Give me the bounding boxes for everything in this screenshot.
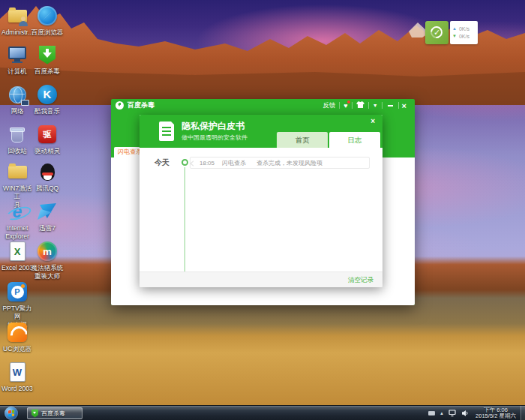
monitor-icon — [8, 46, 26, 59]
icon-label: 百度浏览器 — [32, 28, 64, 37]
privacy-whitepaper-dialog: 隐私保护白皮书 做中国最透明的安全软件 × 首页 日志 今天 18:05 闪电查… — [140, 115, 382, 287]
titlebar[interactable]: 百度杀毒 反馈 ♥ ▼ × — [111, 99, 415, 112]
clear-records-link[interactable]: 清空记录 — [348, 272, 374, 287]
speed-widget[interactable]: ✓ ▲0K/s ▼0K/s — [425, 21, 478, 44]
desert-rocks — [0, 0, 525, 105]
clock-date: 2015/5/2 星期六 — [474, 413, 518, 419]
dialog-tabs: 首页 日志 — [277, 132, 380, 148]
net-speed-panel: ▲0K/s ▼0K/s — [450, 21, 478, 44]
upload-arrow-icon: ▲ — [452, 26, 457, 32]
user-icon — [18, 16, 28, 26]
baidu-antivirus-window: 百度杀毒 反馈 ♥ ▼ × 闪电查杀 隐私 — [111, 99, 415, 305]
log-result: 查杀完成，未发现风险项 — [256, 159, 322, 167]
log-time: 18:05 — [200, 160, 214, 166]
minimize-icon — [388, 105, 393, 106]
desktop-icon-xunlei[interactable]: 迅雷7 — [30, 200, 64, 232]
skin-shirt-icon[interactable] — [352, 101, 368, 110]
log-timeline: 今天 18:05 闪电查杀 查杀完成，未发现风险项 — [140, 148, 382, 272]
desktop-icon-word[interactable]: W Word 2003 — [0, 361, 34, 393]
icon-label: Internet Explorer — [5, 224, 29, 241]
desktop-icon-baidu-antivirus[interactable]: 百度杀毒 — [30, 44, 64, 76]
icon-label: Excel 2003 — [2, 264, 33, 272]
icon-label: 魔法猪系统 重装大师 — [32, 264, 64, 280]
network-icon[interactable] — [448, 410, 457, 417]
icon-label: 驱动精灵 — [34, 147, 60, 155]
dialog-footer: 清空记录 — [140, 272, 382, 287]
desktop-icon-qq[interactable]: 腾讯QQ — [30, 160, 64, 193]
kuwo-icon: K — [38, 85, 57, 104]
tab-logs[interactable]: 日志 — [329, 132, 380, 148]
desktop: Administr... 计算机 网络 回收站 WIN7激活工 具 e Inte… — [0, 0, 525, 420]
taskbar-button-label: 百度杀毒 — [41, 410, 65, 418]
taskbar: 百度杀毒 ▲ 下午 6:06 2015/5/2 星期六 — [0, 405, 525, 420]
tray-expand-icon[interactable]: ▲ — [440, 411, 444, 416]
icon-label: 回收站 — [8, 147, 27, 155]
shield-icon — [32, 410, 38, 418]
pptv-icon: P — [8, 282, 27, 302]
icon-label: UC浏览器 — [3, 345, 32, 353]
icon-label: 迅雷7 — [39, 224, 56, 232]
tray-app-icon[interactable] — [428, 411, 435, 416]
dialog-subtitle: 做中国最透明的安全软件 — [182, 134, 248, 142]
volume-icon[interactable] — [461, 410, 470, 417]
icon-label: Word 2003 — [2, 385, 32, 393]
day-label: 今天 — [154, 158, 170, 168]
word-icon: W — [10, 362, 26, 382]
document-icon — [159, 122, 174, 141]
tab-home[interactable]: 首页 — [277, 132, 328, 148]
windows-logo-icon — [8, 410, 14, 417]
ie-icon: e — [7, 202, 28, 221]
app-logo-icon — [116, 101, 124, 110]
icon-label: 酷我音乐 — [34, 107, 60, 116]
download-arrow-icon: ▼ — [452, 34, 457, 39]
window-title: 百度杀毒 — [128, 100, 154, 110]
timeline-line — [184, 167, 185, 272]
icon-label: 腾讯QQ — [36, 184, 58, 193]
close-button[interactable]: × — [399, 101, 410, 110]
icon-label: 计算机 — [8, 68, 27, 76]
mofazhu-icon: m — [38, 242, 57, 261]
folder-icon — [8, 166, 27, 178]
desktop-icon-kuwo[interactable]: K 酷我音乐 — [30, 83, 64, 116]
feedback-button[interactable]: 反馈 — [319, 101, 339, 110]
driver-genius-icon: 驱 — [38, 125, 56, 143]
dialog-title: 隐私保护白皮书 — [182, 120, 244, 133]
system-tray: ▲ — [428, 406, 470, 420]
notification-dot — [347, 100, 350, 104]
download-speed: 0K/s — [459, 34, 470, 39]
shield-icon — [39, 46, 56, 64]
desktop-icon-baidu-browser[interactable]: 百度浏览器 — [30, 4, 64, 37]
uc-browser-icon — [8, 322, 27, 342]
dialog-header: 隐私保护白皮书 做中国最透明的安全软件 × 首页 日志 — [140, 115, 382, 148]
desktop-icon-mofazhu[interactable]: m 魔法猪系统 重装大师 — [30, 240, 64, 280]
minimize-button[interactable] — [382, 105, 398, 106]
qq-penguin-icon — [40, 164, 55, 181]
log-entry: 18:05 闪电查杀 查杀完成，未发现风险项 — [190, 157, 370, 169]
show-desktop-button[interactable] — [520, 406, 525, 420]
icon-label: 百度杀毒 — [34, 68, 60, 76]
icon-label: 网络 — [11, 107, 24, 116]
dialog-close-icon[interactable]: × — [370, 117, 375, 125]
xunlei-bird-icon — [38, 202, 57, 220]
antivirus-status-tile[interactable]: ✓ — [425, 21, 448, 44]
excel-icon: X — [10, 242, 26, 261]
menu-caret-icon[interactable]: ▼ — [369, 103, 382, 108]
taskbar-button-baidu-antivirus[interactable]: 百度杀毒 — [27, 407, 82, 419]
check-icon: ✓ — [425, 21, 448, 44]
taskbar-clock[interactable]: 下午 6:06 2015/5/2 星期六 — [474, 407, 518, 419]
recycle-bin-icon — [11, 129, 23, 142]
start-button[interactable] — [4, 406, 18, 420]
upload-speed: 0K/s — [459, 26, 470, 32]
log-action: 闪电查杀 — [222, 159, 246, 167]
mini-monitor-icon — [21, 100, 29, 106]
desktop-icon-uc-browser[interactable]: UC浏览器 — [0, 321, 34, 353]
baidu-browser-icon — [38, 6, 57, 26]
icon-label: Administr... — [2, 28, 33, 37]
heart-gift-icon[interactable]: ♥ — [340, 102, 351, 110]
desktop-icon-driver-genius[interactable]: 驱 驱动精灵 — [30, 123, 64, 155]
